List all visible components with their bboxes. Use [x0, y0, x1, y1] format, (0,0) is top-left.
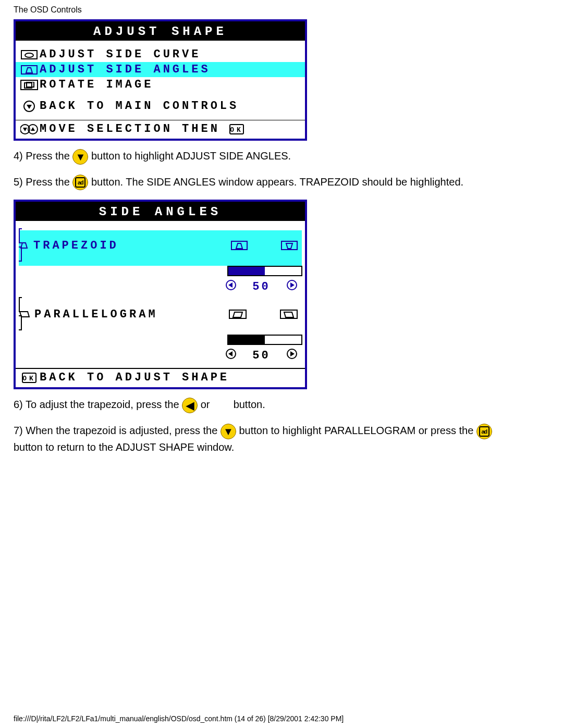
osd-back[interactable]: OK BACK TO ADJUST SHAPE: [16, 368, 305, 387]
step-7: 7) When the trapezoid is adjusted, press…: [14, 423, 549, 455]
svg-marker-25: [290, 351, 295, 356]
right-in-circle-icon: [286, 348, 298, 363]
menu-item-side-angles[interactable]: ADJUST SIDE ANGLES: [16, 62, 305, 77]
svg-text:OK: OK: [230, 126, 243, 134]
updown-icon: [19, 123, 40, 135]
menu-item-side-curve[interactable]: ADJUST SIDE CURVE: [16, 47, 305, 62]
footer-text: MOVE SELECTION THEN: [40, 122, 220, 135]
down-button-icon: ▼: [72, 149, 88, 165]
left-in-circle-icon: [225, 279, 237, 294]
parallel-value: 50: [237, 349, 286, 362]
para-right-icon: [280, 310, 298, 319]
svg-marker-12: [21, 243, 27, 248]
trapezoid-icon: [19, 230, 29, 261]
ok-box-icon: OK: [226, 124, 247, 134]
svg-marker-16: [228, 282, 232, 288]
left-button-icon: ◀: [182, 398, 198, 413]
down-in-circle-icon: [19, 100, 40, 113]
row-trapezoid[interactable]: TRAPEZOID 50: [19, 230, 302, 294]
menu-back[interactable]: BACK TO MAIN CONTROLS: [16, 98, 305, 114]
side-angles-icon: [19, 65, 40, 75]
page-header: The OSD Controls: [0, 0, 563, 17]
menu-label: BACK TO MAIN CONTROLS: [40, 100, 239, 113]
trap-narrow-icon: [231, 241, 248, 250]
menu-label: ADJUST SIDE CURVE: [40, 48, 201, 61]
down-button-icon: ▼: [221, 424, 236, 439]
svg-marker-14: [286, 243, 292, 249]
osd-title: SIDE ANGLES: [16, 202, 305, 221]
ok-button-icon: ad: [72, 175, 88, 190]
osd-side-angles: SIDE ANGLES TRAPEZOID 50: [14, 200, 307, 389]
page-footer: file:///D|/rita/LF2/LF2/LFa1/multi_manua…: [14, 714, 344, 723]
step-6: 6) To adjust the trapezoid, press the ◀ …: [14, 397, 549, 413]
osd-adjust-shape: ADJUST SHAPE ADJUST SIDE CURVE ADJUST SI…: [14, 19, 307, 141]
ok-button-icon: ad: [476, 424, 492, 439]
step-5: 5) Press the ad button. The SIDE ANGLES …: [14, 174, 549, 191]
osd-title: ADJUST SHAPE: [16, 21, 305, 41]
svg-marker-23: [228, 351, 232, 356]
svg-text:OK: OK: [22, 375, 36, 382]
svg-marker-18: [290, 282, 295, 288]
menu-item-rotate[interactable]: ROTATE IMAGE: [16, 77, 305, 92]
svg-marker-21: [284, 312, 293, 317]
row-label: PARALLELOGRAM: [34, 308, 158, 321]
trapezoid-value: 50: [237, 280, 286, 293]
menu-label: ADJUST SIDE ANGLES: [40, 63, 211, 76]
parallelogram-icon: [19, 299, 30, 329]
trap-wide-icon: [281, 241, 298, 250]
trapezoid-bar: [227, 266, 302, 276]
svg-marker-20: [233, 312, 242, 317]
svg-marker-9: [31, 127, 35, 131]
side-curve-icon: [19, 50, 40, 59]
row-label: TRAPEZOID: [33, 239, 119, 252]
svg-marker-5: [27, 105, 32, 109]
parallel-bar: [227, 335, 302, 345]
back-label: BACK TO ADJUST SHAPE: [40, 371, 229, 384]
svg-marker-13: [236, 243, 242, 249]
row-parallelogram[interactable]: PARALLELOGRAM 50: [19, 299, 302, 363]
svg-marker-7: [23, 128, 27, 131]
menu-label: ROTATE IMAGE: [40, 78, 153, 91]
para-left-icon: [229, 310, 247, 319]
left-in-circle-icon: [225, 348, 237, 363]
svg-marker-19: [20, 312, 29, 317]
step-4: 4) Press the ▼ button to highlight ADJUS…: [14, 148, 549, 165]
ok-box-icon: OK: [19, 373, 40, 383]
right-in-circle-icon: [286, 279, 298, 294]
svg-marker-1: [26, 68, 32, 73]
osd-footer: MOVE SELECTION THEN OK: [16, 120, 305, 139]
svg-point-0: [25, 53, 33, 57]
rotate-icon: [19, 80, 40, 90]
